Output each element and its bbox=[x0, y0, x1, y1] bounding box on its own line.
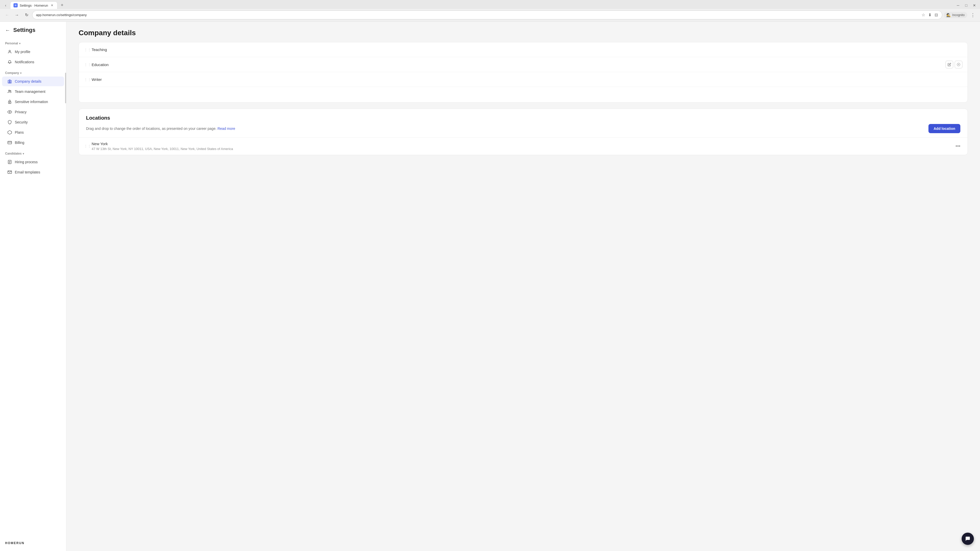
read-more-link[interactable]: Read more bbox=[218, 127, 235, 130]
location-item-new-york: ⋮⋮ New York 47 W 13th St, New York, NY 1… bbox=[79, 138, 967, 155]
departments-card: ⋮⋮ Teaching ••• ⋮⋮ Education bbox=[79, 42, 968, 103]
sidebar-item-team-management[interactable]: Team management bbox=[2, 87, 64, 97]
drag-handle[interactable]: ⋮⋮ bbox=[84, 144, 89, 148]
sidebar-item-notifications[interactable]: Notifications bbox=[2, 57, 64, 67]
dept-more-button[interactable]: ••• bbox=[953, 46, 963, 53]
drag-handle[interactable]: ⋮⋮ bbox=[84, 48, 89, 52]
sidebar-item-label: Hiring process bbox=[15, 160, 38, 164]
tab-nav-prev[interactable]: ‹ bbox=[2, 2, 9, 9]
sidebar-item-billing[interactable]: Billing bbox=[2, 138, 64, 148]
sidebar-item-label: Notifications bbox=[15, 60, 34, 64]
team-icon bbox=[7, 89, 12, 94]
personal-section-label: Personal ▾ bbox=[0, 40, 66, 47]
dept-more-button[interactable]: ••• bbox=[953, 76, 963, 83]
tab-favicon: H bbox=[14, 3, 18, 7]
sidebar-item-plans[interactable]: Plans bbox=[2, 127, 64, 137]
add-location-button[interactable]: Add location bbox=[928, 124, 960, 133]
company-section-label: Company ▾ bbox=[0, 69, 66, 76]
sidebar-item-sensitive-information[interactable]: Sensitive information bbox=[2, 97, 64, 106]
browser-chrome: ‹ H Settings · Homerun ✕ + ─ □ ✕ ← → ↻ a… bbox=[0, 0, 980, 22]
reload-button[interactable]: ↻ bbox=[22, 11, 30, 19]
sidebar-item-my-profile[interactable]: My profile bbox=[2, 47, 64, 57]
svg-point-3 bbox=[9, 90, 10, 91]
content-area: ⋮⋮ Teaching ••• ⋮⋮ Education bbox=[66, 42, 980, 167]
svg-point-6 bbox=[10, 102, 10, 103]
locations-title: Locations bbox=[86, 115, 960, 121]
sidebar-item-privacy[interactable]: Privacy bbox=[2, 107, 64, 117]
bookmark-button[interactable]: ☆ bbox=[921, 12, 926, 18]
address-icons: ☆ ⬇ ⊟ bbox=[921, 12, 939, 18]
sidebar-item-hiring-process[interactable]: Hiring process bbox=[2, 157, 64, 167]
dept-name: Writer bbox=[92, 77, 953, 82]
location-address: 47 W 13th St, New York, NY 10011, USA, N… bbox=[92, 147, 953, 151]
tab-title: Settings · Homerun bbox=[20, 3, 48, 7]
page-header: Company details bbox=[66, 22, 980, 42]
billing-icon bbox=[7, 140, 12, 145]
user-icon bbox=[7, 49, 12, 54]
homerun-logo: HOMERUN bbox=[0, 536, 66, 547]
incognito-badge: 🕵 Incognito bbox=[944, 12, 967, 18]
url-text: app.homerun.co/settings/company bbox=[36, 13, 921, 17]
forward-button[interactable]: → bbox=[13, 11, 21, 19]
sidebar: ← Settings Personal ▾ My profile bbox=[0, 22, 66, 551]
address-bar-row: ← → ↻ app.homerun.co/settings/company ☆ … bbox=[0, 9, 980, 21]
location-more-button[interactable]: ••• bbox=[953, 143, 963, 150]
shield-icon bbox=[7, 120, 12, 125]
svg-rect-2 bbox=[10, 82, 10, 83]
close-window-button[interactable]: ✕ bbox=[971, 2, 978, 9]
settings-title: Settings bbox=[13, 27, 35, 33]
sidebar-item-label: Billing bbox=[15, 141, 24, 144]
candidates-arrow: ▾ bbox=[23, 152, 24, 155]
dept-empty-row bbox=[79, 87, 967, 102]
location-name: New York bbox=[92, 141, 953, 146]
sidebar-item-label: Plans bbox=[15, 130, 24, 135]
page-title: Company details bbox=[79, 29, 968, 37]
minimize-button[interactable]: ─ bbox=[955, 2, 962, 9]
tab-close-button[interactable]: ✕ bbox=[50, 3, 54, 7]
candidates-section-label: Candidates ▾ bbox=[0, 150, 66, 157]
tab-bar: ‹ H Settings · Homerun ✕ + ─ □ ✕ bbox=[0, 0, 980, 9]
location-info: New York 47 W 13th St, New York, NY 1001… bbox=[92, 141, 953, 151]
bell-icon bbox=[7, 59, 12, 65]
drag-handle[interactable]: ⋮⋮ bbox=[84, 62, 89, 67]
sidebar-item-email-templates[interactable]: Email templates bbox=[2, 167, 64, 177]
dept-item-teaching: ⋮⋮ Teaching ••• bbox=[79, 42, 967, 57]
dept-name: Teaching bbox=[92, 48, 953, 52]
svg-rect-9 bbox=[8, 141, 12, 144]
address-bar[interactable]: app.homerun.co/settings/company ☆ ⬇ ⊟ bbox=[32, 11, 942, 19]
building-icon bbox=[7, 79, 12, 84]
sidebar-item-security[interactable]: Security bbox=[2, 118, 64, 127]
sidebar-item-label: Security bbox=[15, 120, 28, 124]
svg-point-7 bbox=[9, 111, 11, 113]
back-button[interactable]: ← bbox=[3, 11, 11, 19]
drag-handle[interactable]: ⋮⋮ bbox=[84, 78, 89, 82]
locations-card: Locations Drag and drop to change the or… bbox=[79, 109, 968, 155]
dept-actions bbox=[945, 61, 963, 68]
sidebar-item-company-details[interactable]: Company details bbox=[2, 76, 64, 86]
dept-item-education: ⋮⋮ Education bbox=[79, 57, 967, 72]
window-controls: ─ □ ✕ bbox=[955, 2, 978, 9]
svg-point-0 bbox=[9, 50, 11, 52]
active-tab[interactable]: H Settings · Homerun ✕ bbox=[10, 2, 57, 9]
sidebar-item-label: Team management bbox=[15, 89, 45, 94]
sidebar-item-label: Privacy bbox=[15, 110, 27, 114]
company-arrow: ▾ bbox=[20, 72, 21, 75]
svg-point-4 bbox=[10, 90, 11, 91]
back-arrow-button[interactable]: ← bbox=[5, 27, 10, 33]
sidebar-item-label: Company details bbox=[15, 79, 41, 83]
new-tab-button[interactable]: + bbox=[59, 2, 65, 9]
hiring-icon bbox=[7, 159, 12, 165]
download-button[interactable]: ⬇ bbox=[928, 12, 932, 18]
browser-menu-button[interactable]: ⋮ bbox=[969, 11, 977, 19]
personal-arrow: ▾ bbox=[19, 42, 21, 45]
sidebar-item-label: Sensitive information bbox=[15, 100, 48, 104]
sidebar-scrollbar[interactable] bbox=[65, 73, 66, 536]
chat-bubble[interactable] bbox=[962, 533, 974, 545]
maximize-button[interactable]: □ bbox=[963, 2, 970, 9]
settings-header[interactable]: ← Settings bbox=[0, 22, 66, 40]
main-content: Company details ⋮⋮ Teaching ••• ⋮⋮ Educa… bbox=[66, 22, 980, 551]
dept-delete-button[interactable] bbox=[955, 61, 963, 68]
incognito-label: Incognito bbox=[952, 13, 965, 17]
dept-edit-button[interactable] bbox=[945, 61, 953, 68]
split-view-button[interactable]: ⊟ bbox=[934, 12, 939, 18]
